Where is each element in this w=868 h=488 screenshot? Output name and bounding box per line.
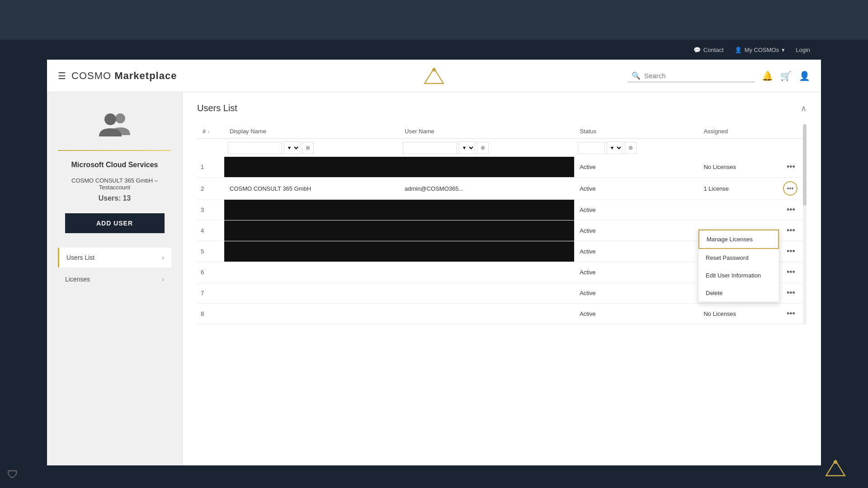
hamburger-icon[interactable]: ☰ [58, 70, 66, 81]
table-header-row: # ↑ Display Name User Name Status Assign… [197, 124, 807, 139]
cell-redacted [224, 221, 574, 241]
table-row: 3 Active ••• [197, 200, 807, 221]
app-header: ☰ COSMO Marketplace 🔍 🔔 🛒 👤 [47, 60, 821, 92]
notification-bell-icon[interactable]: 🔔 [762, 70, 773, 81]
table-row: 1 Active No Licenses ••• [197, 157, 807, 178]
cell-status: Active [574, 304, 698, 324]
row-action-button[interactable]: ••• [783, 307, 799, 320]
cell-status: Active [574, 283, 698, 304]
add-user-button[interactable]: ADD USER [65, 213, 165, 233]
status-filter-input[interactable] [578, 142, 605, 154]
shopping-cart-icon[interactable]: 🛒 [780, 70, 792, 81]
cell-status: Active [574, 241, 698, 262]
user-profile-icon[interactable]: 👤 [799, 70, 810, 81]
sidebar-divider [58, 150, 171, 151]
context-menu-item-delete[interactable]: Delete [698, 284, 779, 302]
cell-num: 6 [197, 262, 224, 283]
scroll-track[interactable] [803, 124, 807, 324]
app-container: 💬 Contact 👤 My COSMOs ▾ Login ☰ COSMO Ma… [47, 40, 821, 465]
content-area: Users List ∧ # ↑ Display Name User Name … [183, 92, 821, 465]
cosmo-logo-center [423, 67, 445, 85]
login-label: Login [796, 47, 810, 53]
col-header-status: Status [574, 124, 698, 139]
sidebar-company: Microsoft Cloud Services [71, 160, 158, 170]
cell-user-name [399, 262, 574, 283]
cell-display-name: COSMO CONSULT 365 GmbH [224, 178, 399, 200]
chat-icon: 💬 [693, 47, 701, 53]
cell-num: 8 [197, 304, 224, 324]
row-action-button[interactable]: ••• [783, 266, 799, 279]
display-name-filter-input[interactable] [228, 142, 282, 154]
cell-actions: ••• [779, 221, 807, 241]
filter-assigned [698, 139, 779, 157]
cosmo-triangle-svg [423, 67, 445, 85]
contact-nav-item[interactable]: 💬 Contact [693, 47, 724, 53]
my-cosmos-nav-item[interactable]: 👤 My COSMOs ▾ [735, 47, 785, 53]
table-row: 2 COSMO CONSULT 365 GmbH admin@COSMO365.… [197, 178, 807, 200]
scroll-thumb[interactable] [803, 124, 807, 206]
cell-assigned [698, 200, 779, 221]
row-action-button[interactable]: ••• [783, 203, 799, 216]
col-header-num: # ↑ [197, 124, 224, 139]
cell-actions: ••• [779, 262, 807, 283]
user-icon-nav: 👤 [735, 47, 742, 53]
context-menu-item-edit-user[interactable]: Edit User Information [698, 267, 779, 284]
shield-icon-footer: 🛡 [7, 468, 18, 481]
row-action-button[interactable]: ••• [783, 160, 799, 174]
filter-display-name: ▾ ⊗ [224, 139, 399, 157]
status-filter-clear-btn[interactable]: ⊗ [625, 142, 637, 154]
row-action-button-highlighted[interactable]: ••• [783, 181, 797, 196]
main-content: Microsoft Cloud Services COSMO CONSULT 3… [47, 92, 821, 465]
display-name-filter-dropdown[interactable]: ▾ [284, 141, 300, 154]
user-name-filter-input[interactable] [403, 142, 457, 154]
context-menu-item-reset-password[interactable]: Reset Password [698, 249, 779, 267]
cell-actions: ••• [779, 304, 807, 324]
svg-point-2 [115, 113, 125, 123]
cell-assigned: 1 License [698, 178, 779, 200]
sidebar-nav: Users List › Licenses › [58, 248, 171, 291]
search-input[interactable] [644, 72, 751, 80]
cell-status: Active [574, 262, 698, 283]
company-name: Microsoft Cloud Services [71, 160, 158, 170]
col-header-actions [779, 124, 807, 139]
login-nav-item[interactable]: Login [796, 47, 810, 53]
status-filter-dropdown[interactable]: ▾ [607, 141, 623, 154]
display-name-filter-clear-btn[interactable]: ⊗ [302, 142, 314, 154]
sidebar-item-licenses[interactable]: Licenses › [58, 269, 171, 289]
cell-num: 5 [197, 241, 224, 262]
top-nav: 💬 Contact 👤 My COSMOs ▾ Login [47, 40, 821, 60]
context-menu-item-manage-licenses[interactable]: Manage Licenses [698, 230, 779, 249]
col-header-assigned: Assigned [698, 124, 779, 139]
content-header: Users List ∧ [197, 103, 807, 113]
cell-num: 3 [197, 200, 224, 221]
cell-num: 2 [197, 178, 224, 200]
cell-status: Active [574, 157, 698, 178]
header-right: 🔍 🔔 🛒 👤 [628, 70, 810, 82]
search-container: 🔍 [628, 70, 755, 82]
row-action-button[interactable]: ••• [783, 224, 799, 237]
row-action-button[interactable]: ••• [783, 286, 799, 300]
user-name-filter-dropdown[interactable]: ▾ [459, 141, 475, 154]
users-avatar-icon [97, 110, 133, 139]
cell-status: Active [574, 178, 698, 200]
cell-num: 7 [197, 283, 224, 304]
cell-assigned: No Licenses [698, 304, 779, 324]
cell-redacted [224, 200, 574, 221]
logo-text: COSMO Marketplace [71, 70, 177, 82]
row-action-button[interactable]: ••• [783, 245, 799, 258]
user-name-filter-clear-btn[interactable]: ⊗ [477, 142, 489, 154]
chevron-right-icon-users: › [162, 254, 164, 261]
dropdown-arrow-icon: ▾ [782, 47, 785, 53]
cell-actions: ••• [779, 200, 807, 221]
table-container: # ↑ Display Name User Name Status Assign… [197, 124, 807, 324]
search-icon: 🔍 [632, 71, 641, 80]
svg-point-5 [834, 460, 837, 464]
account-name: COSMO CONSULT 365 GmbH – Testaccount [58, 177, 171, 191]
bottom-cosmo-logo [825, 459, 846, 479]
context-menu: Manage Licenses Reset Password Edit User… [698, 229, 779, 302]
sort-asc-icon: ↑ [208, 129, 210, 134]
collapse-icon[interactable]: ∧ [801, 103, 807, 113]
chevron-right-icon-licenses: › [162, 276, 164, 283]
cell-status: Active [574, 221, 698, 241]
sidebar-item-users-list[interactable]: Users List › [58, 248, 171, 267]
